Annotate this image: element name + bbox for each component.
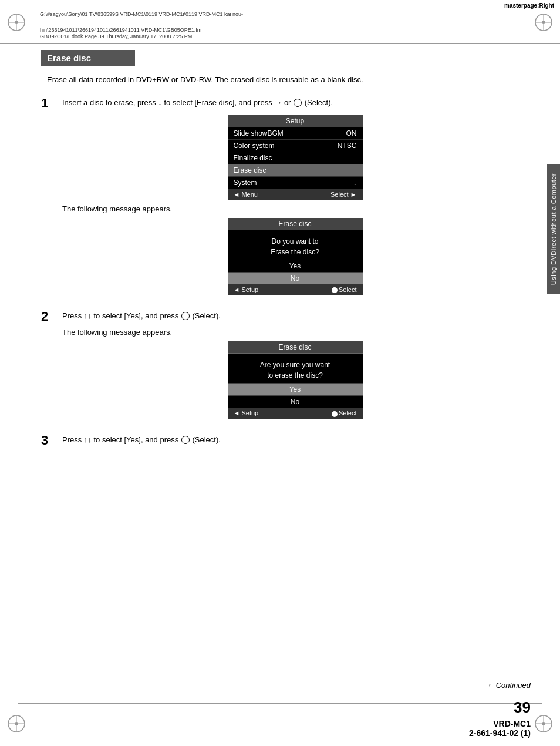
erase-footer-setup-2: ◄ Setup bbox=[234, 409, 259, 416]
section-title: Erase disc bbox=[41, 50, 135, 66]
page-info: GBU-RC01/Edook Page 39 Thursday, January… bbox=[40, 33, 555, 39]
footer-menu: ◄ Menu bbox=[234, 191, 258, 198]
erase-disc-body-1: Do you want to Erase the disc? bbox=[228, 230, 363, 260]
erasedisc-label: Erase disc bbox=[234, 166, 266, 174]
erase-disc-yes-1: Yes bbox=[228, 260, 363, 272]
filepath-line1: G:\#sagyou\Sony\01 TV\836599S VRD-MC1\01… bbox=[40, 11, 555, 18]
page-header: masterpage:Right G:\#sagyou\Sony\01 TV\8… bbox=[0, 0, 560, 44]
erase-disc-screen-2: Erase disc Are you sure you want to eras… bbox=[228, 341, 363, 418]
system-label: System bbox=[234, 179, 257, 187]
setup-row-finalizedisc: Finalize disc bbox=[228, 152, 363, 164]
page-number-area: 39 bbox=[514, 698, 531, 717]
filepath-line2: hin\2661941011\2661941011\2661941011 VRD… bbox=[40, 26, 555, 34]
step-1-instruction: Insert a disc to erase, press ↓ to selec… bbox=[62, 97, 528, 109]
page-footer: → Continued 39 VRD-MC1 2-661-941-02 (1) bbox=[0, 676, 560, 746]
step-2-number: 2 bbox=[41, 309, 59, 324]
main-content: Erase disc Erase all data recorded in DV… bbox=[35, 44, 539, 676]
erase-disc-footer-2: ◄ Setup Select bbox=[228, 408, 363, 418]
step-1-content: Insert a disc to erase, press ↓ to selec… bbox=[62, 97, 528, 300]
setup-row-system: System ↓ bbox=[228, 177, 363, 189]
page-number: 39 bbox=[514, 698, 531, 717]
colorsystem-label: Color system bbox=[234, 142, 275, 150]
step-1-number: 1 bbox=[41, 96, 59, 111]
slideshowbgm-label: Slide showBGM bbox=[234, 129, 284, 137]
continued-label: → Continued bbox=[483, 680, 531, 690]
setup-menu-screen: Setup Slide showBGM ON Color system NTSC… bbox=[228, 115, 363, 200]
side-tab: Using DVDirect without a Computer bbox=[547, 164, 560, 294]
following-message-1: The following message appears. bbox=[62, 204, 528, 213]
erase-disc-body-2: Are you sure you want to erase the disc? bbox=[228, 354, 363, 383]
footer-select: Select ► bbox=[330, 191, 357, 198]
erase-disc-line2: Erase the disc? bbox=[232, 247, 358, 257]
step-2: 2 Press ↑↓ to select [Yes], and press (S… bbox=[41, 310, 528, 424]
select-button-icon bbox=[294, 99, 302, 107]
intro-text: Erase all data recorded in DVD+RW or DVD… bbox=[47, 74, 528, 86]
bullet-circle-icon-2 bbox=[332, 411, 338, 417]
masterpage-label: masterpage:Right bbox=[504, 2, 554, 9]
erase-disc-sure-line2: to erase the disc? bbox=[232, 370, 358, 381]
erase-disc-title-1: Erase disc bbox=[228, 218, 363, 230]
erase-footer-select: Select bbox=[332, 286, 357, 293]
erase-disc-title-2: Erase disc bbox=[228, 341, 363, 354]
continued-text: Continued bbox=[496, 681, 531, 690]
colorsystem-value: NTSC bbox=[338, 142, 357, 150]
erase-disc-no-1: No bbox=[228, 272, 363, 284]
model-name: VRD-MC1 bbox=[469, 719, 531, 728]
step-3-number: 3 bbox=[41, 433, 59, 448]
erase-disc-sure-line1: Are you sure you want bbox=[232, 359, 358, 370]
step-3: 3 Press ↑↓ to select [Yes], and press (S… bbox=[41, 434, 528, 452]
setup-row-slideshowbgm: Slide showBGM ON bbox=[228, 127, 363, 140]
step-1: 1 Insert a disc to erase, press ↓ to sel… bbox=[41, 97, 528, 300]
erase-disc-screen-1: Erase disc Do you want to Erase the disc… bbox=[228, 218, 363, 295]
footer-divider bbox=[18, 703, 542, 704]
step-3-instruction: Press ↑↓ to select [Yes], and press (Sel… bbox=[62, 434, 528, 446]
continued-arrow-icon: → bbox=[483, 680, 492, 690]
slideshowbgm-value: ON bbox=[346, 129, 357, 137]
erase-footer-setup: ◄ Setup bbox=[234, 286, 259, 293]
side-tab-text: Using DVDirect without a Computer bbox=[550, 173, 557, 285]
erase-disc-yes-2: Yes bbox=[228, 383, 363, 395]
select-button-icon-3 bbox=[181, 436, 190, 444]
following-message-2: The following message appears. bbox=[62, 328, 528, 337]
erase-footer-select-2: Select bbox=[332, 409, 357, 416]
setup-screen-footer: ◄ Menu Select ► bbox=[228, 189, 363, 200]
step-2-instruction: Press ↑↓ to select [Yes], and press (Sel… bbox=[62, 310, 528, 322]
select-button-icon-2 bbox=[181, 312, 190, 320]
step-3-content: Press ↑↓ to select [Yes], and press (Sel… bbox=[62, 434, 528, 452]
setup-menu-title: Setup bbox=[228, 115, 363, 127]
model-info: VRD-MC1 2-661-941-02 (1) bbox=[469, 719, 531, 738]
erase-disc-line1: Do you want to bbox=[232, 236, 358, 247]
setup-row-erasedisc: Erase disc bbox=[228, 164, 363, 177]
model-code: 2-661-941-02 (1) bbox=[469, 728, 531, 738]
setup-row-colorsystem: Color system NTSC bbox=[228, 140, 363, 152]
step-2-content: Press ↑↓ to select [Yes], and press (Sel… bbox=[62, 310, 528, 424]
bullet-circle-icon bbox=[332, 287, 338, 293]
system-arrow: ↓ bbox=[353, 179, 357, 187]
erase-disc-footer-1: ◄ Setup Select bbox=[228, 284, 363, 295]
finalizedisc-label: Finalize disc bbox=[234, 154, 272, 162]
erase-disc-no-2: No bbox=[228, 395, 363, 408]
